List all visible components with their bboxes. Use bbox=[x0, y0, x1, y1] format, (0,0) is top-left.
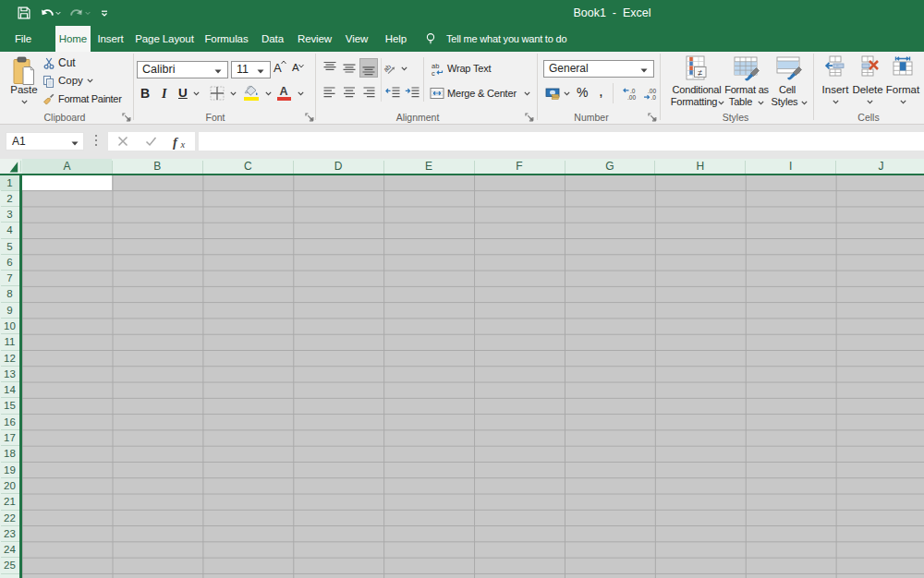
svg-text:.00: .00 bbox=[627, 94, 636, 101]
svg-text:ab: ab bbox=[383, 63, 393, 74]
svg-text:x: x bbox=[180, 139, 186, 150]
svg-text:.0: .0 bbox=[630, 88, 636, 94]
svg-text:f: f bbox=[173, 135, 179, 150]
svg-text:≠: ≠ bbox=[698, 68, 702, 78]
svg-text:c: c bbox=[432, 69, 435, 77]
svg-text:A: A bbox=[279, 85, 287, 97]
